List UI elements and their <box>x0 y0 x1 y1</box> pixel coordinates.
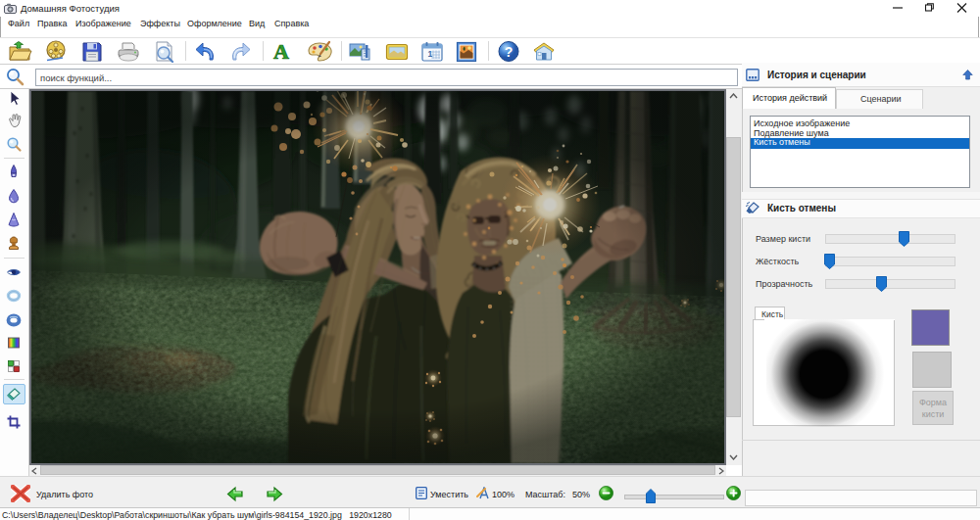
svg-text:A: A <box>273 40 289 63</box>
svg-text:?: ? <box>505 44 514 60</box>
svg-text:1: 1 <box>428 49 433 59</box>
